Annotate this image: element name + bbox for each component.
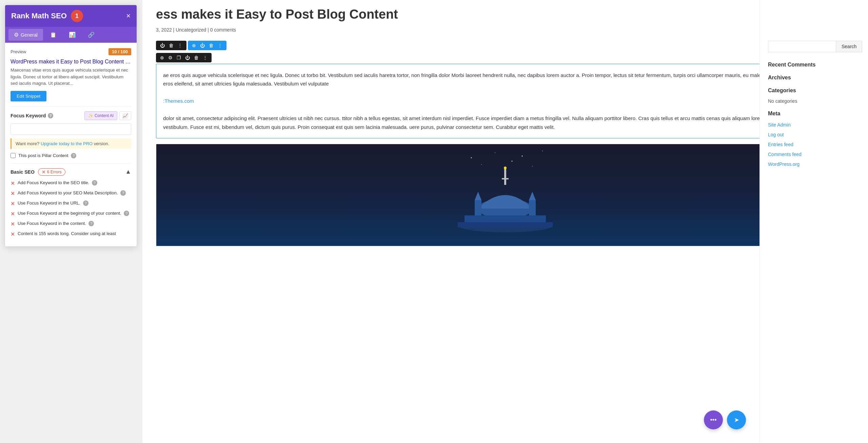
seo-item-4-help[interactable]: ? [124,211,129,216]
svg-rect-13 [475,200,481,215]
svg-rect-14 [529,200,536,215]
seo-items-list: ✕ Add Focus Keyword to the SEO title. ? … [11,180,131,237]
seo-item-3: ✕ Use Focus Keyword in the URL. ? [11,200,131,207]
meta-link-wordpress-org[interactable]: WordPress.org [768,161,860,168]
tab-chart[interactable]: 📊 [63,29,81,41]
preview-score: 10 / 100 [108,48,131,55]
content-block-1: ae eros quis augue vehicula scelerisque … [156,64,854,139]
tab-share[interactable]: 🔗 [82,29,100,41]
right-sidebar: Search Recent Comments Archives Categori… [760,0,868,443]
basic-seo-title: Basic SEO [11,169,35,175]
toolbar3-duplicate-btn[interactable]: ❐ [175,54,182,61]
focus-keyword-header: Focus Keyword ? ✨ Content AI 📈 [11,111,131,120]
trend-button[interactable]: 📈 [119,111,131,120]
sparkle-icon: ✨ [88,113,93,118]
content-ai-button[interactable]: ✨ Content AI [84,111,117,120]
post-meta-text: 3, 2022 | Uncategorized | 0 comments [156,27,236,33]
preview-header: Preview 10 / 100 [11,48,131,55]
rankmath-panel: Rank Math SEO 1 × ⚙ General 📋 📊 🔗 Previe… [5,5,137,247]
content-ai-label: Content AI [95,113,114,118]
panel-tabs: ⚙ General 📋 📊 🔗 [5,27,137,43]
fab-arrow-button[interactable]: ➤ [727,410,746,429]
meta-link-logout[interactable]: Log out [768,131,860,138]
tab-document[interactable]: 📋 [44,29,62,41]
svg-point-2 [522,156,523,157]
preview-label: Preview [11,49,26,54]
block-toolbar-3: ⊕ ⚙ ❐ ⏻ 🗑 ⋮ [156,53,212,62]
toolbar2-more-btn[interactable]: ⋮ [216,42,224,49]
upgrade-text: Want more? [16,141,41,146]
arrow-icon: ➤ [734,416,739,424]
toolbar3-settings-btn[interactable]: ⚙ [167,54,174,61]
edit-snippet-button[interactable]: Edit Snippet [11,91,46,101]
upgrade-notice: Want more? Upgrade today to the PRO vers… [11,138,131,149]
divider-2 [11,163,131,163]
seo-item-4: ✕ Use Focus Keyword at the beginning of … [11,210,131,217]
seo-item-5: ✕ Use Focus Keyword in the content. ? [11,220,131,227]
search-button[interactable]: Search [836,41,862,52]
fab-dots-button[interactable]: ••• [704,410,723,429]
svg-point-10 [504,167,507,169]
meta-link-comments-feed[interactable]: Comments feed [768,151,860,158]
error-icon-2: ✕ [11,190,15,197]
pillar-help-icon[interactable]: ? [71,153,76,158]
seo-item-6: ✕ Content is 155 words long. Consider us… [11,231,131,237]
upgrade-link[interactable]: Upgrade today to the PRO [41,141,93,146]
tab-general[interactable]: ⚙ General [8,29,43,41]
focus-keyword-input[interactable] [11,123,131,135]
chart-icon: 📊 [69,32,76,38]
no-categories-text: No categories [768,98,860,104]
seo-item-text-1: Add Focus Keyword to the SEO title. ? [18,180,131,186]
toolbar-more-btn[interactable]: ⋮ [176,42,184,49]
content-image-block [156,144,854,246]
seo-item-1: ✕ Add Focus Keyword to the SEO title. ? [11,180,131,187]
toolbar3-move-btn[interactable]: ⊕ [159,54,165,61]
seo-item-text-2: Add Focus Keyword to your SEO Meta Descr… [18,190,131,196]
toolbar3-more-btn[interactable]: ⋮ [201,54,209,61]
gear-icon: ⚙ [14,32,19,38]
close-button[interactable]: × [126,12,131,20]
preview-title-link[interactable]: WordPress makes it Easy to Post Blog Con… [11,59,131,65]
content-paragraph-2: dolor sit amet, consectetur adipiscing e… [163,114,847,131]
share-icon: 🔗 [88,32,95,38]
seo-item-1-help[interactable]: ? [92,180,97,186]
svg-rect-16 [458,222,553,227]
fab-container: ••• ➤ [704,410,746,429]
dome-illustration [454,148,556,243]
focus-keyword-help-icon[interactable]: ? [48,113,53,118]
meta-link-entries-feed[interactable]: Entries feed [768,141,860,148]
content-paragraph-1: ae eros quis augue vehicula scelerisque … [163,71,847,88]
panel-header-left: Rank Math SEO 1 [11,10,83,22]
trend-icon: 📈 [122,113,128,118]
divider-1 [11,106,131,107]
content-link[interactable]: :Themes.com [163,98,194,104]
svg-point-6 [532,166,533,167]
toolbar-power-btn[interactable]: ⏻ [159,42,166,49]
toolbar2-power-btn[interactable]: ⏻ [199,42,206,49]
archives-title: Archives [768,75,860,81]
block-toolbar-1: ⏻ 🗑 ⋮ [156,41,186,50]
toolbar2-delete-btn[interactable]: 🗑 [208,42,215,49]
toolbar2-move-btn[interactable]: ⊕ [191,42,197,49]
pillar-content-checkbox[interactable] [11,153,16,158]
search-input[interactable] [768,41,836,52]
panel-title: Rank Math SEO [11,12,67,20]
seo-item-2-help[interactable]: ? [120,190,126,196]
post-title: ess makes it Easy to Post Blog Content [156,7,854,22]
seo-item-text-6: Content is 155 words long. Consider usin… [18,231,131,237]
toolbar-delete-btn[interactable]: 🗑 [167,42,175,49]
meta-link-site-admin[interactable]: Site Admin [768,121,860,129]
block-toolbar-2: ⊕ ⏻ 🗑 ⋮ [188,41,226,50]
recent-comments-title: Recent Comments [768,62,860,68]
focus-keyword-text: Focus Keyword [11,113,46,118]
error-icon-1: ✕ [11,180,15,187]
svg-point-4 [481,164,482,165]
seo-item-5-help[interactable]: ? [88,221,94,226]
svg-point-1 [495,152,495,153]
meta-title: Meta [768,111,860,117]
collapse-button[interactable]: ▲ [125,168,131,175]
toolbar3-delete-btn[interactable]: 🗑 [193,54,200,61]
toolbar3-power-btn[interactable]: ⏻ [184,54,191,61]
seo-item-3-help[interactable]: ? [83,200,88,206]
post-meta: 3, 2022 | Uncategorized | 0 comments [156,27,854,33]
